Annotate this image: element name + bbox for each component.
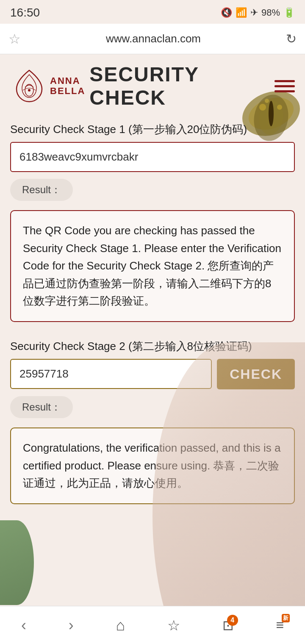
favorites-icon: ☆ bbox=[167, 617, 180, 634]
brand-name-anna: ANNA bbox=[50, 76, 85, 86]
tabs-badge: 4 bbox=[227, 615, 238, 626]
nav-favorites[interactable]: ☆ bbox=[167, 617, 180, 634]
nav-home[interactable]: ⌂ bbox=[116, 616, 125, 634]
stage1-result-badge: Result： bbox=[10, 179, 73, 201]
bookmark-icon[interactable]: ☆ bbox=[8, 31, 21, 47]
page-title: SECURITY CHECK bbox=[89, 63, 274, 109]
nav-back[interactable]: ‹ bbox=[21, 616, 26, 634]
content-wrapper: ANNA BELLA SECURITY CHECK Security Check… bbox=[0, 54, 305, 555]
battery-icon: 🔋 bbox=[283, 7, 295, 18]
stage1-label: Security Check Stage 1 (第一步输入20位防伪码) bbox=[0, 114, 305, 142]
new-label-badge: 新 bbox=[282, 614, 290, 622]
status-bar: 16:50 🔇 📶 ✈ 98% 🔋 bbox=[0, 0, 305, 24]
svg-point-9 bbox=[28, 89, 30, 92]
url-bar[interactable]: www.annaclan.com bbox=[28, 32, 279, 45]
nav-menu[interactable]: ≡ 新 bbox=[276, 617, 284, 633]
nav-forward[interactable]: › bbox=[69, 616, 74, 634]
brand-name-bella: BELLA bbox=[50, 86, 85, 96]
stage1-result-text: The QR Code you are checking has passed … bbox=[23, 224, 281, 307]
refresh-icon[interactable]: ↻ bbox=[286, 31, 297, 46]
status-time: 16:50 bbox=[10, 6, 40, 19]
battery-text: 98% bbox=[261, 7, 280, 18]
stage1-result-box: The QR Code you are checking has passed … bbox=[10, 210, 295, 322]
browser-bar: ☆ www.annaclan.com ↻ bbox=[0, 24, 305, 54]
wifi-icon: 📶 bbox=[236, 7, 247, 18]
forward-icon: › bbox=[69, 616, 74, 634]
bottom-nav: ‹ › ⌂ ☆ ⊡ 4 ≡ 新 bbox=[0, 606, 305, 644]
main-content: ANNA BELLA SECURITY CHECK Security Check… bbox=[0, 54, 305, 555]
logo-area: ANNA BELLA bbox=[10, 67, 85, 105]
hamburger-menu[interactable] bbox=[274, 80, 295, 92]
logo-icon bbox=[10, 67, 48, 105]
home-icon: ⌂ bbox=[116, 616, 125, 634]
mute-icon: 🔇 bbox=[221, 7, 232, 18]
site-header: ANNA BELLA SECURITY CHECK bbox=[0, 54, 305, 114]
leaf-decoration bbox=[0, 520, 34, 605]
stage2-result-badge: Result： bbox=[10, 396, 73, 418]
airplane-icon: ✈ bbox=[250, 7, 258, 18]
stage1-input-row bbox=[0, 142, 305, 172]
stage1-input[interactable] bbox=[10, 142, 295, 172]
back-icon: ‹ bbox=[21, 616, 26, 634]
status-icons: 🔇 📶 ✈ 98% 🔋 bbox=[221, 7, 295, 18]
nav-tabs[interactable]: ⊡ 4 bbox=[222, 617, 234, 633]
